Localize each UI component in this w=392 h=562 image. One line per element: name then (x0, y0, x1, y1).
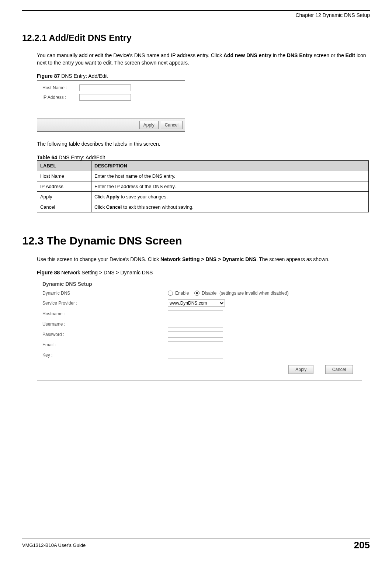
text: in the (271, 52, 287, 58)
service-provider-select[interactable]: www.DynDNS.com (168, 299, 225, 307)
disable-radio[interactable] (194, 291, 200, 296)
td-desc: Click Apply to save your changes. (91, 191, 369, 202)
apply-button[interactable]: Apply (139, 121, 159, 129)
disable-radio-label: Disable (202, 291, 216, 296)
cancel-button[interactable]: Cancel (161, 121, 183, 129)
table-row: Host Name Enter the host name of the DNS… (37, 171, 369, 181)
figure-88-caption: Figure 88 Network Setting > DNS > Dynami… (37, 270, 370, 275)
key-label: Key : (42, 353, 168, 358)
figure-87-screenshot: Host Name : IP Address : Apply Cancel (37, 80, 185, 132)
td-label: Cancel (37, 202, 91, 212)
bold-text: Edit (346, 52, 355, 58)
cancel-button[interactable]: Cancel (325, 365, 353, 374)
section-12-2-1-paragraph: You can manually add or edit the Device'… (37, 52, 370, 66)
footer-guide: VMG1312-B10A User's Guide (22, 542, 86, 548)
th-description: DESCRIPTION (91, 160, 369, 171)
bold-text: DNS Entry (287, 52, 312, 58)
disable-hint: (settings are invalid when disabled) (219, 291, 288, 296)
td-label: IP Address (37, 181, 91, 191)
th-label: LABEL (37, 160, 91, 171)
password-input[interactable] (168, 331, 223, 338)
table-title: DNS Entry: Add/Edit (57, 155, 105, 160)
figure-88-screenshot: Dynamic DNS Setup Dynamic DNS Enable Dis… (37, 277, 362, 381)
bold-text: Add new DNS entry (223, 52, 271, 58)
table-intro-text: The following table describes the labels… (37, 140, 370, 148)
td-desc: Enter the host name of the DNS entry. (91, 171, 369, 181)
table-64-caption: Table 64 DNS Entry: Add/Edit (37, 155, 370, 160)
td-label: Host Name (37, 171, 91, 181)
table-row: Cancel Click Cancel to exit this screen … (37, 202, 369, 212)
section-12-3-paragraph: Use this screen to change your Device's … (37, 256, 370, 263)
username-label: Username : (42, 322, 168, 327)
text: . The screen appears as shown. (256, 256, 330, 262)
td-label: Apply (37, 191, 91, 202)
figure-title: Network Setting > DNS > Dynamic DNS (60, 270, 153, 275)
table-row: Apply Click Apply to save your changes. (37, 191, 369, 202)
text: You can manually add or edit the Device'… (37, 52, 223, 58)
page-number: 205 (354, 540, 370, 551)
figure-label: Figure 87 (37, 73, 60, 79)
table-header-row: LABEL DESCRIPTION (37, 160, 369, 171)
section-heading-12-3: 12.3 The Dynamic DNS Screen (22, 235, 370, 247)
table-label: Table 64 (37, 155, 57, 160)
enable-radio[interactable] (168, 291, 173, 296)
figure-title: DNS Entry: Add/Edit (60, 73, 108, 79)
hostname-input[interactable] (168, 311, 223, 317)
figure-87-caption: Figure 87 DNS Entry: Add/Edit (37, 73, 370, 79)
email-input[interactable] (168, 341, 223, 348)
table-64: LABEL DESCRIPTION Host Name Enter the ho… (37, 160, 369, 212)
ipaddress-label: IP Address : (42, 95, 79, 100)
panel-title: Dynamic DNS Setup (42, 281, 357, 287)
chapter-header: Chapter 12 Dynamic DNS Setup (22, 12, 370, 18)
hostname-label: Hostname : (42, 311, 168, 316)
dynamicdns-label: Dynamic DNS (42, 291, 168, 296)
apply-button[interactable]: Apply (288, 365, 313, 374)
td-desc: Click Cancel to exit this screen without… (91, 202, 369, 212)
hostname-input[interactable] (79, 84, 131, 91)
section-heading-12-2-1: 12.2.1 Add/Edit DNS Entry (22, 33, 370, 43)
figure-label: Figure 88 (37, 270, 60, 275)
text: Use this screen to change your Device's … (37, 256, 160, 262)
ipaddress-input[interactable] (79, 94, 131, 101)
text: screen or the (312, 52, 346, 58)
service-provider-label: Service Provider : (42, 301, 168, 306)
td-desc: Enter the IP address of the DNS entry. (91, 181, 369, 191)
enable-radio-label: Enable (175, 291, 189, 296)
table-row: IP Address Enter the IP address of the D… (37, 181, 369, 191)
username-input[interactable] (168, 321, 223, 327)
bold-text: Network Setting > DNS > Dynamic DNS (160, 256, 256, 262)
email-label: Email : (42, 342, 168, 347)
key-input[interactable] (168, 352, 223, 358)
hostname-label: Host Name : (42, 85, 79, 90)
password-label: Password : (42, 332, 168, 337)
